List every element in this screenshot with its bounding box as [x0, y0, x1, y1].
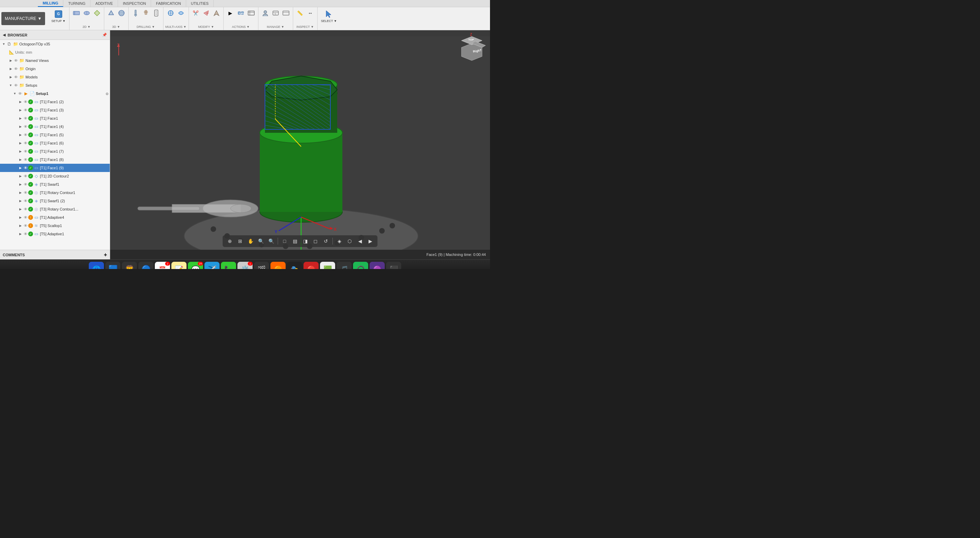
tree-op-face1-2[interactable]: ▶ 👁 ✓ ▭ [T1] Face1 (2) — [0, 98, 110, 106]
multiaxis-btn1[interactable] — [166, 9, 175, 17]
op-adaptive4-eye[interactable]: 👁 — [23, 215, 28, 220]
select-button[interactable]: SELECT ▼ — [320, 9, 338, 24]
modify-btn1[interactable]: ✂️ — [191, 9, 200, 17]
tree-op-face1-8[interactable]: ▶ 👁 ✓ ▭ [T1] Face1 (8) — [0, 156, 110, 164]
vp-btn-display2[interactable]: ▤ — [290, 236, 299, 246]
2d-btn3[interactable] — [92, 9, 102, 17]
dock-finder[interactable]: 🌐 — [89, 262, 104, 269]
op-scallop1-arrow[interactable]: ▶ — [18, 223, 23, 228]
setup1-arrow[interactable]: ▼ — [13, 91, 17, 96]
dock-app1[interactable]: 🎬 — [254, 262, 269, 269]
manufacture-button[interactable]: MANUFACTURE ▼ — [2, 12, 45, 25]
op-face1-4-eye[interactable]: 👁 — [23, 124, 28, 129]
vp-btn-grid[interactable]: ⊞ — [236, 236, 245, 246]
2d-btn2[interactable] — [82, 9, 92, 17]
op-rotary1-arrow[interactable]: ▶ — [18, 190, 23, 195]
dock-app4[interactable]: 🟣 — [369, 262, 385, 269]
actions-btn1[interactable]: ▶ — [226, 9, 235, 17]
vp-btn-zoom-out[interactable]: 🔍 — [256, 236, 265, 246]
dock-chrome[interactable]: 🔵 — [138, 262, 153, 269]
op-face1-3-eye[interactable]: 👁 — [23, 107, 28, 113]
dock-messages[interactable]: 💬 25 — [188, 262, 203, 269]
vp-btn-capture[interactable]: ⬡ — [345, 236, 354, 246]
dock-app5[interactable]: ⬛ — [386, 262, 401, 269]
dock-fusion[interactable]: 🟩 — [320, 262, 335, 269]
origin-arrow[interactable]: ▶ — [8, 67, 13, 71]
tree-op-face1-7[interactable]: ▶ 👁 ✓ ▭ [T1] Face1 (7) — [0, 147, 110, 156]
manage-btn2[interactable]: G — [271, 9, 280, 17]
sidebar-collapse-icon[interactable]: ◀ — [3, 33, 5, 37]
tab-turning[interactable]: TURNING — [63, 0, 91, 7]
op-face1-7-eye[interactable]: 👁 — [23, 149, 28, 154]
sidebar-pin-icon[interactable]: 📌 — [102, 33, 107, 37]
tree-models[interactable]: ▶ 👁 📁 Models — [0, 73, 110, 81]
origin-eye[interactable]: 👁 — [13, 66, 19, 71]
op-adaptive1-arrow[interactable]: ▶ — [18, 232, 23, 236]
inspect-btn2[interactable]: ↔ — [305, 9, 315, 17]
tab-additive[interactable]: ADDITIVE — [91, 0, 118, 7]
named-views-arrow[interactable]: ▶ — [8, 58, 13, 63]
tree-origin[interactable]: ▶ 👁 📁 Origin — [0, 65, 110, 73]
op-face1-8-eye[interactable]: 👁 — [23, 157, 28, 162]
tree-setups[interactable]: ▼ 👁 📁 Setups — [0, 81, 110, 89]
tree-op-adaptive4[interactable]: ▶ 👁 ! ▭ [T1] Adaptive4 — [0, 213, 110, 222]
tree-op-adaptive1[interactable]: ▶ 👁 ✓ ▭ [T5] Adaptive1 — [0, 230, 110, 238]
tree-op-rotary-contour1[interactable]: ▶ 👁 ✓ ◎ [T3] Rotary Contour1... — [0, 205, 110, 213]
vp-btn-refresh[interactable]: ↺ — [321, 236, 330, 246]
vp-btn-zoom-in[interactable]: 🔍 — [267, 236, 275, 246]
tree-op-face1-9[interactable]: ▶ 👁 ✓ ▭ [T1] Face1 (9) — [0, 164, 110, 172]
op-face1-6-arrow[interactable]: ▶ — [18, 141, 23, 146]
setup-button[interactable]: G SETUP ▼ — [50, 9, 67, 24]
dock-calendar[interactable]: 📅 2 — [155, 262, 170, 269]
op-face1-2-arrow[interactable]: ▶ — [18, 99, 23, 104]
drilling-btn3[interactable] — [151, 9, 161, 17]
tree-op-face1-3[interactable]: ▶ 👁 ✓ ▭ [T1] Face1 (3) — [0, 106, 110, 114]
op-adaptive4-arrow[interactable]: ▶ — [18, 215, 23, 220]
tab-fabrication[interactable]: FABRICATION — [151, 0, 186, 7]
dock-spotify[interactable]: 🎧 — [353, 262, 368, 269]
op-face1-8-arrow[interactable]: ▶ — [18, 157, 23, 162]
dock-system-prefs[interactable]: ⚙️ 1 — [237, 262, 253, 269]
tab-inspection[interactable]: INSPECTION — [118, 0, 151, 7]
manage-btn3[interactable] — [281, 9, 291, 17]
vp-btn-pan[interactable]: ✋ — [246, 236, 255, 246]
op-rotary-contour1-arrow[interactable]: ▶ — [18, 207, 23, 211]
tab-utilities[interactable]: UTILITIES — [186, 0, 214, 7]
dock-launchpad[interactable]: 🟦 — [105, 262, 121, 269]
drilling-btn1[interactable] — [131, 9, 140, 17]
tree-op-face1-5[interactable]: ▶ 👁 ✓ ▭ [T1] Face1 (5) — [0, 131, 110, 139]
op-face1-2-eye[interactable]: 👁 — [23, 99, 28, 105]
models-arrow[interactable]: ▶ — [8, 75, 13, 79]
tree-op-rotary1[interactable]: ▶ 👁 ✓ ◎ [T1] Rotary Contour1 — [0, 189, 110, 197]
op-face1-7-arrow[interactable]: ▶ — [18, 149, 23, 154]
vp-btn-prev[interactable]: ◀ — [355, 236, 364, 246]
manage-btn1[interactable] — [261, 9, 270, 17]
op-face1-4-arrow[interactable]: ▶ — [18, 124, 23, 129]
op-face1-arrow[interactable]: ▶ — [18, 116, 23, 121]
op-2d-contour-eye[interactable]: 👁 — [23, 173, 28, 179]
tree-op-scallop1[interactable]: ▶ 👁 ! ≋ [T5] Scallop1 — [0, 222, 110, 230]
3d-btn2[interactable] — [117, 9, 126, 17]
inspect-btn1[interactable]: 📏 — [295, 9, 305, 17]
named-views-eye[interactable]: 👁 — [13, 58, 19, 63]
dock-app3[interactable]: 🔴 — [304, 262, 319, 269]
tree-op-swarf1[interactable]: ▶ 👁 ✓ ◈ [T1] Swarf1 — [0, 180, 110, 189]
vp-btn-edge[interactable]: ◻ — [311, 236, 320, 246]
vp-btn-shading[interactable]: ◨ — [301, 236, 310, 246]
setups-arrow[interactable]: ▼ — [8, 83, 13, 88]
tree-op-face1-4[interactable]: ▶ 👁 ✓ ▭ [T1] Face1 (4) — [0, 122, 110, 131]
dock-phone[interactable]: 📞 — [221, 262, 236, 269]
op-face1-3-arrow[interactable]: ▶ — [18, 108, 23, 113]
op-swarf1-2-eye[interactable]: 👁 — [23, 198, 28, 204]
tree-op-face1-6[interactable]: ▶ 👁 ✓ ▭ [T1] Face1 (6) — [0, 139, 110, 147]
3d-btn1[interactable] — [106, 9, 116, 17]
setup1-eye[interactable]: 👁 — [17, 91, 23, 96]
drilling-btn2[interactable] — [141, 9, 151, 17]
tab-milling[interactable]: MILLING — [38, 0, 63, 7]
op-face1-5-eye[interactable]: 👁 — [23, 132, 28, 138]
dock-brave[interactable]: 🦁 — [122, 262, 137, 269]
dock-figma[interactable]: 🎭 — [287, 262, 302, 269]
dock-music[interactable]: 🎵 — [337, 262, 352, 269]
tree-op-swarf1-2[interactable]: ▶ 👁 ✓ ◈ [T1] Swarf1 (2) — [0, 197, 110, 205]
op-rotary1-eye[interactable]: 👁 — [23, 190, 28, 195]
